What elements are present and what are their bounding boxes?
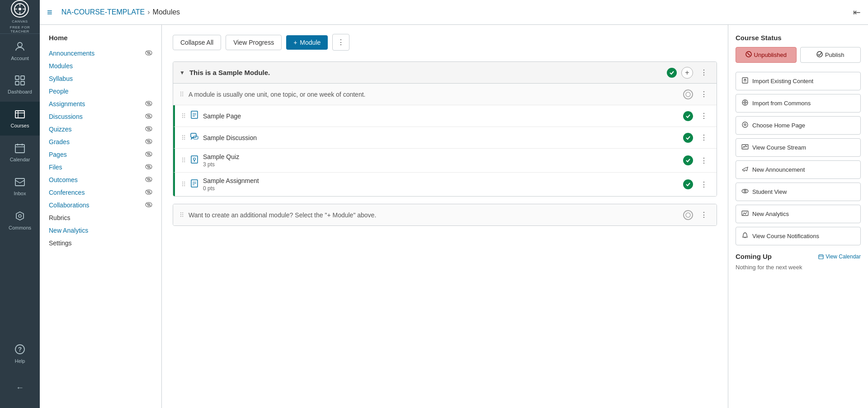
nav-home[interactable]: Home bbox=[40, 32, 161, 47]
new-announcement-button[interactable]: New Announcement bbox=[736, 160, 861, 179]
sidebar-collapse-btn[interactable]: ← bbox=[0, 370, 40, 404]
nav-link-conferences[interactable]: Conferences bbox=[49, 189, 85, 196]
nav-link-discussions[interactable]: Discussions bbox=[49, 113, 83, 120]
modules-toolbar: Collapse All View Progress + Module ⋮ bbox=[173, 34, 717, 51]
quiz-title[interactable]: Sample Quiz bbox=[203, 153, 679, 160]
publish-button[interactable]: Publish bbox=[800, 47, 861, 63]
nav-link-assignments[interactable]: Assignments bbox=[49, 100, 85, 108]
topbar-collapse-icon[interactable]: ⇤ bbox=[853, 7, 861, 17]
collapse-icon: ← bbox=[16, 384, 24, 392]
module-options-button[interactable]: ⋮ bbox=[698, 66, 710, 79]
nav-link-files[interactable]: Files bbox=[49, 164, 62, 171]
nav-link-collaborations[interactable]: Collaborations bbox=[49, 202, 90, 209]
add-module-button[interactable]: + Module bbox=[286, 35, 328, 50]
sidebar-item-courses[interactable]: Courses bbox=[0, 102, 40, 136]
collapse-all-button[interactable]: Collapse All bbox=[173, 35, 221, 50]
new-analytics-button[interactable]: New Analytics bbox=[736, 205, 861, 223]
module-header: ▼ This is a Sample Module. + ⋮ bbox=[173, 62, 717, 84]
hamburger-button[interactable]: ≡ bbox=[47, 7, 52, 18]
quiz-drag-handle[interactable]: ⠿ bbox=[181, 157, 186, 164]
account-label: Account bbox=[11, 56, 29, 61]
svg-rect-10 bbox=[21, 81, 24, 85]
courses-icon bbox=[15, 109, 25, 121]
view-stream-label: View Course Stream bbox=[752, 144, 806, 151]
topbar: ≡ NA-COURSE-TEMPLATE › Modules ⇤ bbox=[40, 0, 868, 25]
quiz-published-status[interactable] bbox=[683, 155, 693, 165]
discussion-published-status[interactable] bbox=[683, 133, 693, 143]
eye-icon-conferences[interactable] bbox=[145, 189, 152, 196]
import-existing-button[interactable]: Import Existing Content bbox=[736, 72, 861, 90]
sidebar-item-account[interactable]: Account bbox=[0, 34, 40, 68]
eye-icon-files[interactable] bbox=[145, 164, 152, 171]
view-stream-button[interactable]: View Course Stream bbox=[736, 138, 861, 157]
nav-link-announcements[interactable]: Announcements bbox=[49, 50, 94, 57]
view-calendar-link[interactable]: View Calendar bbox=[818, 253, 861, 260]
drag-handle[interactable]: ⠿ bbox=[179, 91, 184, 98]
help-label: Help bbox=[15, 358, 25, 364]
sidebar-item-help[interactable]: ? Help bbox=[0, 337, 40, 370]
unpublished-label: Unpublished bbox=[754, 52, 787, 58]
description-dots[interactable]: ⋮ bbox=[698, 88, 710, 100]
page-title[interactable]: Sample Page bbox=[203, 113, 679, 120]
new-analytics-icon bbox=[741, 210, 749, 218]
canvas-logo bbox=[11, 0, 29, 18]
topbar-right: ⇤ bbox=[853, 7, 861, 18]
eye-icon-grades[interactable] bbox=[145, 138, 152, 145]
breadcrumb-course-link[interactable]: NA-COURSE-TEMPLATE bbox=[61, 8, 145, 16]
module-add-item-button[interactable]: + bbox=[681, 67, 693, 79]
assignment-dots[interactable]: ⋮ bbox=[698, 178, 710, 191]
page-drag-handle[interactable]: ⠿ bbox=[181, 113, 186, 120]
nav-link-grades[interactable]: Grades bbox=[49, 138, 70, 145]
unpublished-button[interactable]: Unpublished bbox=[736, 47, 797, 63]
module-published-status[interactable] bbox=[667, 68, 677, 78]
student-view-icon bbox=[741, 188, 749, 196]
view-progress-button[interactable]: View Progress bbox=[226, 35, 282, 50]
nav-link-modules[interactable]: Modules bbox=[49, 62, 73, 70]
eye-icon-discussions[interactable] bbox=[145, 113, 152, 120]
module-title: This is a Sample Module. bbox=[189, 69, 662, 76]
nav-link-quizzes[interactable]: Quizzes bbox=[49, 126, 72, 133]
sidebar-item-calendar[interactable]: Calendar bbox=[0, 136, 40, 169]
student-view-button[interactable]: Student View bbox=[736, 183, 861, 201]
svg-rect-59 bbox=[191, 156, 198, 163]
page-published-status[interactable] bbox=[683, 111, 693, 121]
page-dots[interactable]: ⋮ bbox=[698, 110, 710, 122]
discussion-dots[interactable]: ⋮ bbox=[698, 131, 710, 144]
quiz-dots[interactable]: ⋮ bbox=[698, 155, 710, 167]
assignment-drag-handle[interactable]: ⠿ bbox=[181, 181, 186, 188]
nav-link-outcomes[interactable]: Outcomes bbox=[49, 176, 78, 183]
sidebar-item-commons[interactable]: Commons bbox=[0, 203, 40, 237]
toolbar-dots-button[interactable]: ⋮ bbox=[332, 34, 349, 51]
footer-status[interactable] bbox=[683, 210, 693, 220]
import-commons-button[interactable]: Import from Commons bbox=[736, 94, 861, 113]
discussion-title[interactable]: Sample Discussion bbox=[203, 134, 679, 141]
discussion-icon bbox=[190, 132, 198, 143]
eye-icon-pages[interactable] bbox=[145, 151, 152, 158]
sidebar-item-dashboard[interactable]: Dashboard bbox=[0, 68, 40, 102]
choose-home-button[interactable]: Choose Home Page bbox=[736, 116, 861, 135]
assignment-published-status[interactable] bbox=[683, 179, 693, 189]
eye-icon-quizzes[interactable] bbox=[145, 126, 152, 133]
eye-icon-announcements[interactable] bbox=[145, 50, 152, 57]
discussion-drag-handle[interactable]: ⠿ bbox=[181, 134, 186, 141]
svg-rect-7 bbox=[15, 76, 19, 80]
nav-link-people[interactable]: People bbox=[49, 88, 69, 95]
description-status[interactable] bbox=[683, 89, 693, 99]
eye-icon-collaborations[interactable] bbox=[145, 202, 152, 209]
nav-item-settings: Settings bbox=[40, 237, 161, 249]
footer-dots[interactable]: ⋮ bbox=[698, 209, 710, 221]
sidebar-item-inbox[interactable]: Inbox bbox=[0, 169, 40, 203]
nav-link-pages[interactable]: Pages bbox=[49, 151, 67, 158]
nav-settings[interactable]: Settings bbox=[49, 239, 72, 247]
module-item-discussion: ⠿ Sample Discussion ⋮ bbox=[173, 127, 717, 149]
eye-icon-outcomes[interactable] bbox=[145, 176, 152, 183]
course-notifications-button[interactable]: View Course Notifications bbox=[736, 227, 861, 245]
footer-drag-handle[interactable]: ⠿ bbox=[179, 211, 184, 219]
nav-link-syllabus[interactable]: Syllabus bbox=[49, 75, 73, 82]
module-toggle[interactable]: ▼ bbox=[179, 70, 185, 76]
nav-rubrics[interactable]: Rubrics bbox=[49, 214, 70, 221]
eye-icon-assignments[interactable] bbox=[145, 100, 152, 108]
nav-link-new-analytics[interactable]: New Analytics bbox=[49, 227, 88, 234]
assignment-title[interactable]: Sample Assignment bbox=[203, 177, 679, 184]
quiz-title-group: Sample Quiz 3 pts bbox=[203, 153, 679, 168]
